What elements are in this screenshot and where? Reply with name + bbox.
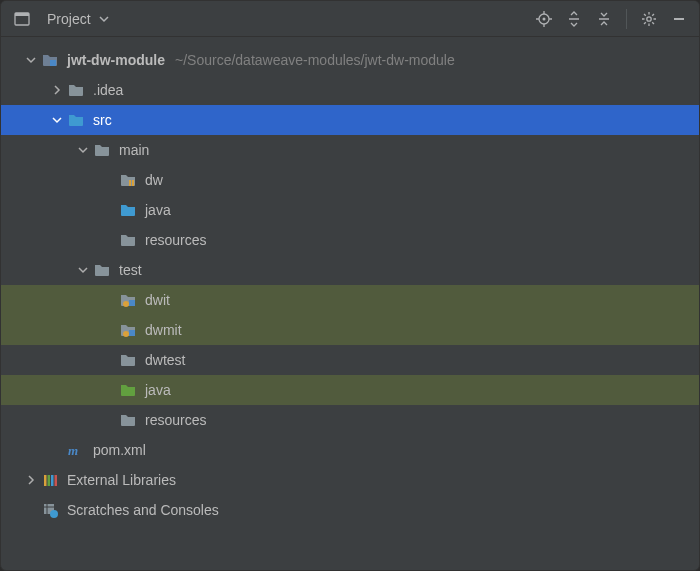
- tree-label: dwit: [145, 292, 170, 308]
- arrow-spacer: [49, 442, 65, 458]
- svg-point-23: [123, 301, 129, 307]
- folder-icon: [67, 81, 85, 99]
- folder-main-java[interactable]: java: [1, 195, 699, 225]
- project-header: Project: [1, 1, 699, 37]
- expand-arrow-down-icon[interactable]: [75, 262, 91, 278]
- project-tree[interactable]: jwt-dw-module~/Source/dataweave-modules/…: [1, 37, 699, 570]
- tree-label: resources: [145, 412, 206, 428]
- external-libraries[interactable]: External Libraries: [1, 465, 699, 495]
- svg-rect-29: [48, 475, 51, 486]
- tree-path: ~/Source/dataweave-modules/jwt-dw-module: [175, 52, 455, 68]
- folder-green-icon: [119, 381, 137, 399]
- tree-label: jwt-dw-module: [67, 52, 165, 68]
- folder-icon: [119, 351, 137, 369]
- svg-point-33: [50, 510, 58, 518]
- folder-main[interactable]: main: [1, 135, 699, 165]
- tree-label: resources: [145, 232, 206, 248]
- svg-point-10: [647, 16, 651, 20]
- arrow-spacer: [23, 502, 39, 518]
- tree-label: External Libraries: [67, 472, 176, 488]
- project-root[interactable]: jwt-dw-module~/Source/dataweave-modules/…: [1, 45, 699, 75]
- scratches-icon: [41, 501, 59, 519]
- svg-rect-22: [132, 180, 134, 186]
- project-view-icon: [13, 10, 31, 28]
- settings-button[interactable]: [637, 7, 661, 31]
- chevron-down-icon: [99, 11, 109, 27]
- arrow-spacer: [101, 292, 117, 308]
- arrow-spacer: [101, 382, 117, 398]
- folder-test[interactable]: test: [1, 255, 699, 285]
- folder-dw[interactable]: dw: [1, 165, 699, 195]
- expand-arrow-right-icon[interactable]: [49, 82, 65, 98]
- locate-button[interactable]: [532, 7, 556, 31]
- test-module-icon: [119, 321, 137, 339]
- svg-line-18: [652, 14, 654, 16]
- arrow-spacer: [101, 352, 117, 368]
- test-module-icon: [119, 291, 137, 309]
- file-pom[interactable]: mpom.xml: [1, 435, 699, 465]
- svg-line-16: [652, 22, 654, 24]
- svg-rect-21: [129, 180, 131, 186]
- svg-text:m: m: [68, 443, 78, 458]
- tree-label: Scratches and Consoles: [67, 502, 219, 518]
- hide-button[interactable]: [667, 7, 691, 31]
- tree-label: java: [145, 382, 171, 398]
- project-tool-window: Project jwt-dw-module~/Source/dataweave-…: [0, 0, 700, 571]
- folder-test-java[interactable]: java: [1, 375, 699, 405]
- folder-blue-icon: [67, 111, 85, 129]
- tree-label: pom.xml: [93, 442, 146, 458]
- svg-line-17: [644, 22, 646, 24]
- folder-main-resources[interactable]: resources: [1, 225, 699, 255]
- folder-blue-icon: [119, 201, 137, 219]
- tree-label: dwtest: [145, 352, 185, 368]
- svg-rect-31: [55, 475, 58, 486]
- svg-rect-24: [129, 300, 135, 306]
- svg-line-15: [644, 14, 646, 16]
- tree-label: .idea: [93, 82, 123, 98]
- folder-idea[interactable]: .idea: [1, 75, 699, 105]
- project-title: Project: [47, 11, 91, 27]
- toolbar-divider: [626, 9, 627, 29]
- scratches[interactable]: Scratches and Consoles: [1, 495, 699, 525]
- tree-label: dwmit: [145, 322, 182, 338]
- folder-icon: [93, 261, 111, 279]
- svg-rect-26: [129, 330, 135, 336]
- svg-point-3: [543, 17, 546, 20]
- svg-rect-1: [15, 13, 29, 16]
- tree-label: src: [93, 112, 112, 128]
- folder-test-resources[interactable]: resources: [1, 405, 699, 435]
- tree-label: java: [145, 202, 171, 218]
- tree-label: main: [119, 142, 149, 158]
- collapse-all-button[interactable]: [592, 7, 616, 31]
- tree-label: test: [119, 262, 142, 278]
- arrow-spacer: [101, 322, 117, 338]
- expand-arrow-right-icon[interactable]: [23, 472, 39, 488]
- folder-src[interactable]: src: [1, 105, 699, 135]
- tree-label: dw: [145, 172, 163, 188]
- expand-arrow-down-icon[interactable]: [23, 52, 39, 68]
- folder-dwmit[interactable]: dwmit: [1, 315, 699, 345]
- arrow-spacer: [101, 412, 117, 428]
- folder-icon: [119, 231, 137, 249]
- expand-all-button[interactable]: [562, 7, 586, 31]
- folder-icon: [93, 141, 111, 159]
- svg-rect-28: [44, 475, 47, 486]
- expand-arrow-down-icon[interactable]: [49, 112, 65, 128]
- folder-dwit[interactable]: dwit: [1, 285, 699, 315]
- arrow-spacer: [101, 232, 117, 248]
- expand-arrow-down-icon[interactable]: [75, 142, 91, 158]
- folder-icon: [119, 411, 137, 429]
- module-folder-icon: [41, 51, 59, 69]
- package-icon: [119, 171, 137, 189]
- svg-rect-20: [50, 60, 56, 66]
- libraries-icon: [41, 471, 59, 489]
- svg-rect-30: [51, 475, 54, 486]
- project-view-selector[interactable]: Project: [9, 8, 113, 30]
- maven-icon: m: [67, 441, 85, 459]
- folder-dwtest[interactable]: dwtest: [1, 345, 699, 375]
- arrow-spacer: [101, 202, 117, 218]
- svg-point-25: [123, 331, 129, 337]
- arrow-spacer: [101, 172, 117, 188]
